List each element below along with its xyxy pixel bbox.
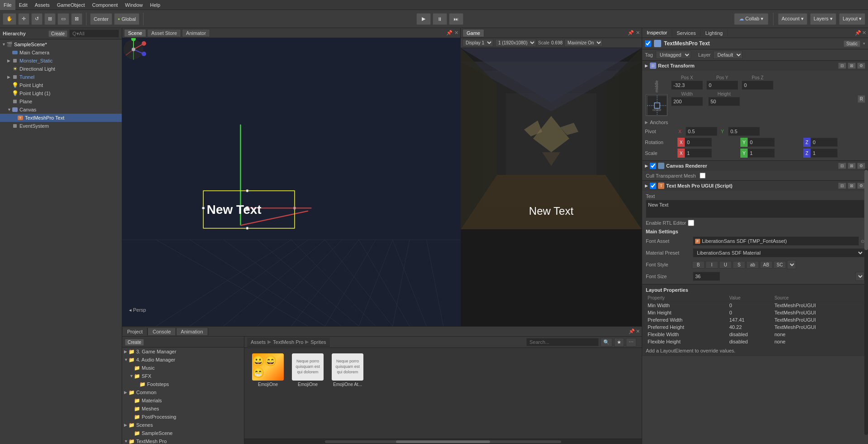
- hierarchy-item-main-camera[interactable]: Main Camera: [0, 48, 122, 57]
- game-maximize-dropdown[interactable]: Maximize On: [564, 39, 603, 47]
- rect-r-button[interactable]: R: [858, 95, 865, 103]
- scene-close-icon[interactable]: ✕: [454, 30, 458, 36]
- tmp-script-checkbox[interactable]: [650, 183, 656, 189]
- game-tab[interactable]: Game: [463, 29, 484, 37]
- project-item-sfx[interactable]: ▼ 📁 SFX: [122, 372, 244, 380]
- hierarchy-item-monster-static[interactable]: ▶ Monster_Static: [0, 57, 122, 65]
- game-display-dropdown[interactable]: Display 1: [463, 39, 493, 47]
- hierarchy-search-input[interactable]: [69, 29, 119, 38]
- game-resolution-dropdown[interactable]: 1 (1920x1080): [495, 39, 536, 47]
- style-bold-btn[interactable]: B: [692, 261, 705, 269]
- tmp-copy-btn[interactable]: ⊟: [838, 183, 846, 189]
- center-button[interactable]: Center: [90, 13, 112, 25]
- canvas-renderer-checkbox[interactable]: [650, 163, 656, 169]
- layers-dropdown[interactable]: Layers ▾: [810, 13, 836, 25]
- console-tab[interactable]: Console: [148, 328, 176, 336]
- menu-help[interactable]: Help: [146, 0, 164, 10]
- asset-item-emojione-2[interactable]: Neque porro quisquam est qui dolorem Emo…: [290, 353, 326, 387]
- move-tool-button[interactable]: ✛: [18, 13, 29, 25]
- transform-tool-button[interactable]: ⊠: [71, 13, 82, 25]
- pause-button[interactable]: ⏸: [433, 13, 447, 25]
- asset-store-tab[interactable]: Asset Store: [147, 29, 181, 37]
- hierarchy-item-tunnel[interactable]: ▶ Tunnel: [0, 73, 122, 81]
- animation-tab[interactable]: Animation: [176, 328, 208, 336]
- project-item-postprocessing[interactable]: 📁 PostProcessing: [122, 413, 244, 421]
- style-upper-btn[interactable]: AB: [760, 261, 773, 269]
- services-tab[interactable]: Services: [672, 29, 701, 37]
- tmp-paste-btn[interactable]: ⊠: [848, 183, 856, 189]
- cr-menu-btn[interactable]: ⚙: [857, 163, 865, 169]
- width-input[interactable]: [671, 97, 703, 106]
- hierarchy-item-directional-light[interactable]: ☀ Directional Light: [0, 65, 122, 73]
- cr-copy-btn[interactable]: ⊟: [838, 163, 846, 169]
- canvas-renderer-header[interactable]: ▶ Canvas Renderer ⊟ ⊠ ⚙: [642, 161, 868, 171]
- layout-dropdown[interactable]: Layout ▾: [839, 13, 865, 25]
- pos-z-input[interactable]: [742, 81, 773, 90]
- game-close-icon[interactable]: ✕: [636, 30, 640, 36]
- menu-edit[interactable]: Edit: [15, 0, 31, 10]
- step-button[interactable]: ⏭: [449, 13, 463, 25]
- project-item-samplescene[interactable]: 📁 SampleScene: [122, 429, 244, 437]
- hierarchy-item-canvas[interactable]: ▼ Canvas: [0, 106, 122, 114]
- project-item-scenes[interactable]: ▶ 📁 Scenes: [122, 421, 244, 429]
- pos-x-input[interactable]: [671, 81, 703, 90]
- hierarchy-item-textmeshpro[interactable]: T TextMeshPro Text: [0, 114, 122, 122]
- tmp-script-header[interactable]: ▶ T Text Mesh Pro UGUI (Script) ⊟ ⊠ ⚙: [642, 181, 868, 191]
- static-badge[interactable]: Static: [844, 40, 860, 47]
- project-search-input[interactable]: [526, 338, 599, 346]
- static-dropdown-arrow[interactable]: ▾: [863, 41, 865, 46]
- animator-tab[interactable]: Animator: [182, 29, 210, 37]
- account-dropdown[interactable]: Account ▾: [778, 13, 807, 25]
- asset-item-emojione-at[interactable]: Neque porro quisquam est qui dolorem Emo…: [329, 353, 366, 387]
- menu-gameobject[interactable]: GameObject: [53, 0, 89, 10]
- scale-z-input[interactable]: [811, 149, 838, 158]
- project-search-btn[interactable]: 🔍: [601, 338, 612, 347]
- anchors-arrow[interactable]: ▶: [645, 120, 648, 125]
- project-item-game-manager[interactable]: ▶ 📁 3. Game Manager: [122, 347, 244, 356]
- font-asset-link-icon[interactable]: ⊙: [861, 239, 864, 244]
- object-active-checkbox[interactable]: [645, 40, 651, 47]
- collab-button[interactable]: ☁ Collab ▾: [734, 13, 768, 25]
- style-smallcaps-btn[interactable]: SC: [773, 261, 786, 269]
- scene-3d-view[interactable]: New Text ◂ Persp: [122, 38, 460, 326]
- tag-select[interactable]: Untagged: [656, 51, 691, 59]
- cr-paste-btn[interactable]: ⊠: [848, 163, 856, 169]
- asset-item-emojione-1[interactable]: 😀😄😁 EmojiOne: [250, 353, 286, 387]
- font-style-extra-dropdown[interactable]: [787, 260, 796, 269]
- project-item-materials[interactable]: 📁 Materials: [122, 396, 244, 405]
- breadcrumb-assets[interactable]: Assets: [251, 339, 266, 345]
- project-item-meshes[interactable]: 📁 Meshes: [122, 405, 244, 413]
- cull-checkbox[interactable]: [700, 173, 706, 179]
- project-item-textmesh-pro[interactable]: ▼ 📁 TextMesh Pro: [122, 437, 244, 444]
- scale-x-input[interactable]: [685, 149, 712, 158]
- style-lower-btn[interactable]: ab: [746, 261, 759, 269]
- breadcrumb-textmesh[interactable]: TextMesh Pro: [273, 339, 303, 345]
- rect-copy-btn[interactable]: ⊟: [838, 63, 846, 69]
- project-item-music[interactable]: 📁 Music: [122, 364, 244, 372]
- rect-paste-btn[interactable]: ⊠: [848, 63, 856, 69]
- layer-select[interactable]: Default: [713, 51, 743, 59]
- style-underline-btn[interactable]: U: [719, 261, 732, 269]
- project-item-footsteps[interactable]: 📁 Footsteps: [122, 380, 244, 388]
- rotation-x-input[interactable]: [685, 138, 712, 147]
- pos-y-input[interactable]: [706, 81, 738, 90]
- scale-y-input[interactable]: [748, 149, 775, 158]
- style-italic-btn[interactable]: I: [706, 261, 718, 269]
- assets-scrollbar[interactable]: [244, 439, 642, 444]
- scale-tool-button[interactable]: ⊞: [44, 13, 56, 25]
- inspector-tab[interactable]: Inspector: [642, 29, 672, 37]
- project-create-button[interactable]: Create: [125, 339, 144, 346]
- rotation-y-input[interactable]: [748, 138, 775, 147]
- rotation-z-input[interactable]: [811, 138, 838, 147]
- rotate-tool-button[interactable]: ↺: [31, 13, 43, 25]
- object-name-field[interactable]: TextMeshPro Text: [664, 40, 841, 47]
- hierarchy-scene-root[interactable]: ▼ 🎬 SampleScene*: [0, 40, 122, 48]
- style-strike-btn[interactable]: S: [733, 261, 745, 269]
- hierarchy-item-point-light-1[interactable]: 💡 Point Light (1): [0, 89, 122, 97]
- menu-file[interactable]: File: [0, 0, 15, 10]
- hierarchy-item-plane[interactable]: Plane: [0, 97, 122, 106]
- project-fav-btn[interactable]: ★: [614, 338, 624, 347]
- font-size-input[interactable]: [693, 272, 720, 281]
- menu-component[interactable]: Component: [88, 0, 121, 10]
- menu-assets[interactable]: Assets: [31, 0, 53, 10]
